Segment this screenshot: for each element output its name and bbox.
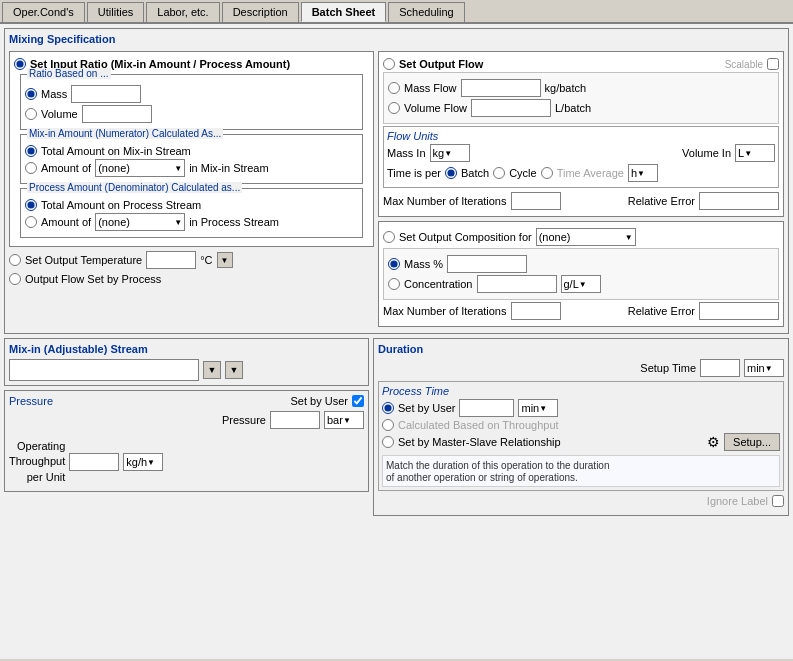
- set-by-user-duration-label: Set by User: [398, 402, 455, 414]
- bottom-right: Duration Setup Time 0.00 min ▼ Process T…: [373, 338, 789, 516]
- output-flow-by-process-radio[interactable]: [9, 273, 21, 285]
- tab-oper-conds[interactable]: Oper.Cond's: [2, 2, 85, 22]
- time-avg-radio[interactable]: [541, 167, 553, 179]
- mass-flow-radio[interactable]: [388, 82, 400, 94]
- setup-time-arrow[interactable]: ▼: [765, 364, 773, 373]
- time-unit-arrow[interactable]: ▼: [637, 169, 645, 178]
- concentration-radio[interactable]: [388, 278, 400, 290]
- mass-radio[interactable]: [25, 88, 37, 100]
- temp-dropdown-btn[interactable]: ▼: [217, 252, 233, 268]
- ignore-label-checkbox[interactable]: [772, 495, 784, 507]
- duration-unit-arrow[interactable]: ▼: [539, 404, 547, 413]
- tab-utilities[interactable]: Utilities: [87, 2, 144, 22]
- amount-of-process-radio[interactable]: [25, 216, 37, 228]
- amount-of-mixin-radio[interactable]: [25, 162, 37, 174]
- setup-time-unit-select[interactable]: min ▼: [744, 359, 784, 377]
- match-duration-box: Match the duration of this operation to …: [382, 455, 780, 487]
- ratio-based-box: Ratio Based on ... Mass 0.0000 Volume 0.…: [20, 74, 363, 130]
- mass-pct-input[interactable]: 0.0000000: [447, 255, 527, 273]
- tab-batch-sheet[interactable]: Batch Sheet: [301, 2, 387, 22]
- set-output-flow-radio[interactable]: [383, 58, 395, 70]
- process-dropdown-icon[interactable]: ▼: [174, 218, 182, 227]
- total-process-label: Total Amount on Process Stream: [41, 199, 201, 211]
- temp-value-input[interactable]: 25.0: [146, 251, 196, 269]
- comp-values-box: Mass % 0.0000000 Concentration 0.0000000…: [383, 248, 779, 300]
- volume-in-select[interactable]: L ▼: [735, 144, 775, 162]
- volume-flow-radio[interactable]: [388, 102, 400, 114]
- stream-add-btn[interactable]: ▼: [203, 361, 221, 379]
- mass-in-arrow[interactable]: ▼: [444, 149, 452, 158]
- mixin-dropdown-icon[interactable]: ▼: [174, 164, 182, 173]
- match-duration-text: Match the duration of this operation to …: [386, 460, 609, 483]
- conc-unit-select[interactable]: g/L ▼: [561, 275, 601, 293]
- process-none-select[interactable]: (none) ▼: [95, 213, 185, 231]
- mixin-none-select[interactable]: (none) ▼: [95, 159, 185, 177]
- set-output-comp-row: Set Output Composition for (none) ▼: [383, 228, 779, 246]
- pressure-unit: bar: [327, 414, 343, 426]
- batch-label: Batch: [461, 167, 489, 179]
- mass-flow-input[interactable]: 0.0000: [461, 79, 541, 97]
- stream-remove-btn[interactable]: ▼: [225, 361, 243, 379]
- rel-error2-input[interactable]: 0.00001000: [699, 302, 779, 320]
- time-unit-select[interactable]: h ▼: [628, 164, 658, 182]
- tab-description[interactable]: Description: [222, 2, 299, 22]
- set-output-temp-label: Set Output Temperature: [25, 254, 142, 266]
- pressure-input[interactable]: 1.013: [270, 411, 320, 429]
- pressure-label: Pressure: [222, 414, 266, 426]
- throughput-input[interactable]: 0.00: [69, 453, 119, 471]
- throughput-unit-arrow[interactable]: ▼: [147, 458, 155, 467]
- calc-throughput-radio[interactable]: [382, 419, 394, 431]
- setup-button[interactable]: Setup...: [724, 433, 780, 451]
- rel-error-input[interactable]: 0.00001000: [699, 192, 779, 210]
- batch-radio[interactable]: [445, 167, 457, 179]
- mass-radio-row: Mass 0.0000: [25, 85, 358, 103]
- in-mixin-stream-label: in Mix-in Stream: [189, 162, 268, 174]
- max-iter2-input[interactable]: 1000: [511, 302, 561, 320]
- mass-pct-radio[interactable]: [388, 258, 400, 270]
- comp-none-select[interactable]: (none) ▼: [536, 228, 636, 246]
- volume-radio-row: Volume 0.0000: [25, 105, 358, 123]
- concentration-label: Concentration: [404, 278, 473, 290]
- scalable-checkbox[interactable]: [767, 58, 779, 70]
- volume-value-input[interactable]: 0.0000: [82, 105, 152, 123]
- conc-input[interactable]: 0.00000000: [477, 275, 557, 293]
- comp-none-arrow[interactable]: ▼: [625, 233, 633, 242]
- setup-time-input[interactable]: 0.00: [700, 359, 740, 377]
- total-process-row: Total Amount on Process Stream: [25, 199, 358, 211]
- duration-unit-select[interactable]: min ▼: [518, 399, 558, 417]
- mixin-none-value: (none): [98, 162, 130, 174]
- pressure-section: Pressure Set by User Pressure 1.013 bar …: [4, 390, 369, 492]
- conc-unit-arrow[interactable]: ▼: [579, 280, 587, 289]
- master-slave-radio[interactable]: [382, 436, 394, 448]
- set-by-user-duration-radio[interactable]: [382, 402, 394, 414]
- total-mixin-radio[interactable]: [25, 145, 37, 157]
- throughput-unit: kg/h: [126, 456, 147, 468]
- tab-labor-etc[interactable]: Labor, etc.: [146, 2, 219, 22]
- mass-in-select[interactable]: kg ▼: [430, 144, 470, 162]
- max-iter-input[interactable]: 1000: [511, 192, 561, 210]
- set-output-comp-radio[interactable]: [383, 231, 395, 243]
- duration-unit: min: [521, 402, 539, 414]
- mass-value-input[interactable]: 0.0000: [71, 85, 141, 103]
- volume-flow-input[interactable]: 0.0000: [471, 99, 551, 117]
- set-by-user-checkbox[interactable]: [352, 395, 364, 407]
- volume-flow-label: Volume Flow: [404, 102, 467, 114]
- cycle-radio[interactable]: [493, 167, 505, 179]
- tab-scheduling[interactable]: Scheduling: [388, 2, 464, 22]
- flow-values-box: Mass Flow 0.0000 kg/batch Volume Flow 0.…: [383, 72, 779, 124]
- volume-in-arrow[interactable]: ▼: [744, 149, 752, 158]
- volume-in-label: Volume In: [682, 147, 731, 159]
- set-input-ratio-radio[interactable]: [14, 58, 26, 70]
- pressure-unit-arrow[interactable]: ▼: [343, 416, 351, 425]
- set-by-user-duration-input[interactable]: 60.000: [459, 399, 514, 417]
- throughput-unit-select[interactable]: kg/h ▼: [123, 453, 163, 471]
- throughput-label: OperatingThroughputper Unit: [9, 439, 65, 485]
- throughput-row: OperatingThroughputper Unit 0.00 kg/h ▼: [9, 439, 364, 485]
- volume-radio[interactable]: [25, 108, 37, 120]
- total-process-radio[interactable]: [25, 199, 37, 211]
- mixin-none-input[interactable]: <None>: [9, 359, 199, 381]
- mixin-stream-section: Mix-in (Adjustable) Stream <None> ▼ ▼: [4, 338, 369, 386]
- volume-label: Volume: [41, 108, 78, 120]
- pressure-unit-select[interactable]: bar ▼: [324, 411, 364, 429]
- set-output-temp-radio[interactable]: [9, 254, 21, 266]
